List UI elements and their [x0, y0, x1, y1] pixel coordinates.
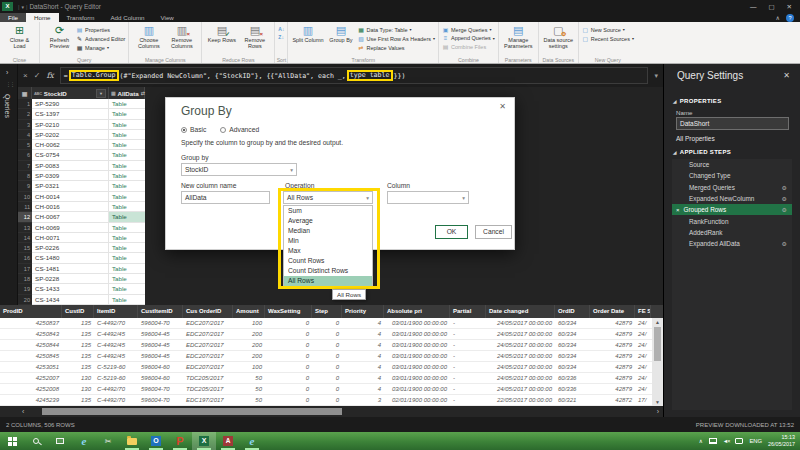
scroll-right-icon[interactable]: ›: [653, 408, 663, 415]
language-indicator[interactable]: ENG: [749, 438, 762, 444]
step-settings-gear-icon[interactable]: ⚙: [782, 184, 787, 191]
alldata-table-link[interactable]: Table: [109, 161, 145, 171]
operation-option[interactable]: Average: [284, 216, 372, 226]
taskbar-search-button[interactable]: [24, 432, 48, 450]
quick-access-dropdown-icon[interactable]: ▾: [21, 4, 24, 10]
use-first-row-button[interactable]: ▧ Use First Row As Headers ▾: [357, 35, 435, 42]
operation-option[interactable]: Count Rows: [284, 256, 372, 266]
preview-column-header[interactable]: Date changed: [486, 305, 555, 318]
alldata-table-link[interactable]: Table: [109, 243, 145, 253]
grid-row[interactable]: 17CS-1481Table: [18, 264, 145, 274]
grid-row[interactable]: 6CS-0754Table: [18, 150, 145, 160]
preview-row[interactable]: 4250837135C-4492/70596004-70EDC207/20171…: [0, 318, 663, 329]
preview-column-header[interactable]: WaxSetting: [265, 305, 312, 318]
notification-icon[interactable]: [735, 438, 743, 444]
taskbar-ie2-button[interactable]: e: [240, 432, 264, 450]
maximize-button[interactable]: ▢: [768, 3, 774, 11]
preview-row[interactable]: 4252007130C-5219-60596004-60TDC205/20175…: [0, 373, 663, 384]
preview-column-header[interactable]: ItemID: [94, 305, 138, 318]
queries-pane-collapsed[interactable]: › ⋮⋮ Queries: [0, 64, 18, 305]
taskbar-powerpoint-button[interactable]: P: [168, 432, 192, 450]
scroll-left-icon[interactable]: ‹: [18, 408, 28, 415]
split-column-button[interactable]: ▥ Split Column: [291, 23, 324, 43]
advanced-radio-circle[interactable]: [220, 127, 226, 133]
horizontal-scroll-thumb[interactable]: [42, 408, 342, 415]
preview-column-header[interactable]: Partial: [450, 305, 486, 318]
remove-columns-button[interactable]: ▥× Remove Columns: [165, 23, 198, 49]
preview-column-header[interactable]: Amount: [233, 305, 265, 318]
alldata-table-link[interactable]: Table: [109, 109, 145, 119]
alldata-table-link[interactable]: Table: [109, 171, 145, 181]
step-settings-gear-icon[interactable]: ⚙: [782, 195, 787, 202]
column-header-alldata[interactable]: ▦ AllData ⇄: [109, 87, 145, 99]
preview-column-header[interactable]: CustID: [62, 305, 94, 318]
operation-option[interactable]: Count Distinct Rows: [284, 266, 372, 276]
operation-option[interactable]: Sum: [284, 206, 372, 216]
preview-column-header[interactable]: CustItemID: [138, 305, 183, 318]
sort-descending-icon[interactable]: Z↓: [278, 34, 284, 40]
formula-check-icon[interactable]: ✓: [34, 71, 41, 80]
applied-step[interactable]: Changed Type: [672, 170, 792, 181]
grid-row[interactable]: 15SP-0226Table: [18, 243, 145, 253]
tab-view[interactable]: View: [153, 13, 182, 22]
query-name-input[interactable]: DataShort: [676, 117, 789, 130]
alldata-table-link[interactable]: Table: [109, 284, 145, 294]
operation-option[interactable]: Min: [284, 236, 372, 246]
step-settings-gear-icon[interactable]: ⚙: [782, 206, 787, 213]
preview-column-header[interactable]: Cus OrderID: [183, 305, 233, 318]
help-icon[interactable]: ?: [786, 14, 794, 22]
expand-column-icon[interactable]: ⇄: [141, 90, 145, 96]
grid-row[interactable]: 9SP-0321Table: [18, 181, 145, 191]
alldata-table-link[interactable]: Table: [109, 181, 145, 191]
data-source-settings-button[interactable]: ▢⚙ Data source settings: [542, 23, 575, 49]
grid-row[interactable]: 2CS-1397Table: [18, 109, 145, 119]
operation-dropdown[interactable]: All Rows ▾: [283, 191, 373, 204]
tab-home[interactable]: Home: [26, 13, 59, 22]
grid-row[interactable]: 12CH-0067Table: [18, 212, 145, 222]
alldata-table-link[interactable]: Table: [109, 150, 145, 160]
alldata-table-link[interactable]: Table: [109, 120, 145, 130]
volume-muted-icon[interactable]: ◄×: [723, 438, 730, 444]
formula-input[interactable]: = Table.Group (#"Expanded NewColumn", {"…: [60, 67, 649, 84]
applied-step[interactable]: ×Grouped Rows⚙: [672, 204, 792, 215]
grid-row[interactable]: 19CS-1433Table: [18, 284, 145, 294]
advanced-editor-button[interactable]: ✎ Advanced Editor: [76, 35, 125, 42]
properties-section-header[interactable]: ◢ PROPERTIES: [673, 98, 721, 104]
preview-row[interactable]: 4245239135C-4492/70596004-70EDC197/20175…: [0, 395, 663, 406]
preview-row[interactable]: 4250844135C-4492/45596004-45EDC207/20172…: [0, 340, 663, 351]
alldata-table-link[interactable]: Table: [109, 264, 145, 274]
refresh-preview-button[interactable]: ⟳ Refresh Preview: [43, 23, 76, 49]
remove-rows-button[interactable]: ▤× Remove Rows: [238, 23, 271, 49]
horizontal-scrollbar[interactable]: ‹ ›: [0, 406, 663, 417]
grid-row[interactable]: 8SP-0309Table: [18, 171, 145, 181]
alldata-table-link[interactable]: Table: [109, 192, 145, 202]
taskbar-snipping-tool-button[interactable]: ✂: [96, 432, 120, 450]
grid-row[interactable]: 5CH-0062Table: [18, 140, 145, 150]
preview-row[interactable]: 4252008130C-4492/70596004-70TDC205/20175…: [0, 384, 663, 395]
advanced-radio[interactable]: Advanced: [220, 126, 259, 133]
alldata-table-link[interactable]: Table: [109, 140, 145, 150]
close-and-load-button[interactable]: ⊞ Close & Load: [3, 23, 36, 49]
taskbar-excel-button[interactable]: X: [192, 432, 216, 450]
group-by-dropdown[interactable]: StockID ▾: [181, 163, 297, 176]
alldata-table-link[interactable]: Table: [109, 99, 145, 109]
alldata-table-link[interactable]: Table: [109, 295, 145, 305]
alldata-table-link[interactable]: Table: [109, 212, 145, 222]
scroll-down-icon[interactable]: ▼: [655, 399, 660, 405]
preview-column-header[interactable]: Absolute pri: [384, 305, 450, 318]
properties-button[interactable]: ▤ Properties: [76, 26, 125, 33]
data-type-button[interactable]: ▦ Data Type: Table ▾: [357, 26, 435, 33]
operation-option[interactable]: Max: [284, 246, 372, 256]
grid-row[interactable]: 14CH-0071Table: [18, 233, 145, 243]
preview-column-header[interactable]: Step: [312, 305, 342, 318]
taskbar-ie-button[interactable]: e: [72, 432, 96, 450]
minimize-button[interactable]: —: [750, 3, 757, 11]
start-button[interactable]: [0, 432, 24, 450]
taskbar-outlook-button[interactable]: O: [144, 432, 168, 450]
table-menu-icon[interactable]: ▦: [18, 87, 32, 99]
merge-queries-button[interactable]: ▣ Merge Queries ▾: [442, 26, 495, 33]
filter-icon[interactable]: ▼: [96, 89, 106, 98]
applied-step[interactable]: Source: [672, 159, 792, 170]
delete-step-icon[interactable]: ×: [676, 207, 680, 213]
basic-radio-circle[interactable]: [181, 127, 187, 133]
